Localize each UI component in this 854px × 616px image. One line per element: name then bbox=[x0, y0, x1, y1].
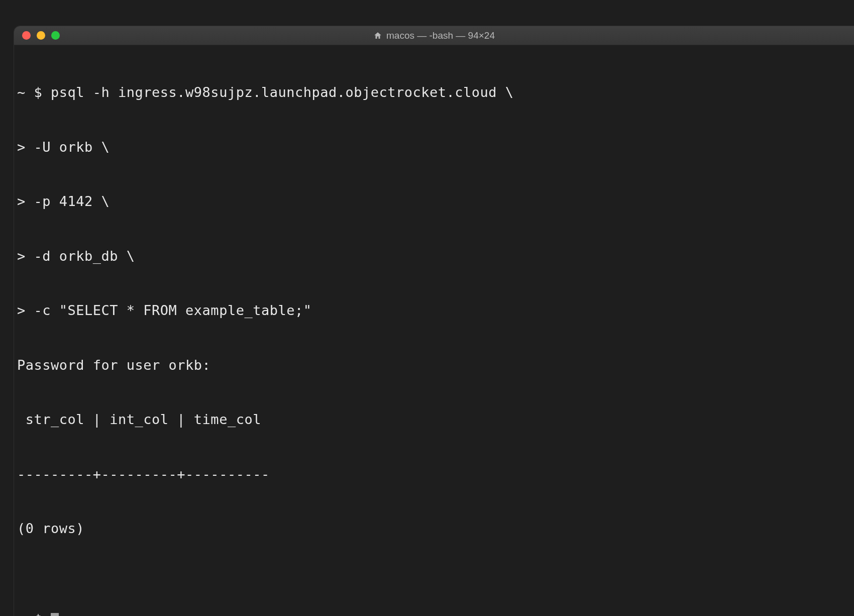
terminal-line: ---------+---------+---------- bbox=[17, 465, 851, 483]
terminal-line: > -U orkb \ bbox=[17, 138, 851, 156]
terminal-window: macos — -bash — 94×24 ~ $ psql -h ingres… bbox=[14, 26, 854, 616]
terminal-line: ~ $ psql -h ingress.w98sujpz.launchpad.o… bbox=[17, 83, 851, 101]
home-icon bbox=[373, 31, 382, 40]
minimize-button[interactable] bbox=[37, 31, 45, 40]
cursor bbox=[51, 613, 59, 616]
terminal-line: (0 rows) bbox=[17, 520, 851, 538]
close-button[interactable] bbox=[22, 31, 31, 40]
traffic-lights bbox=[14, 31, 60, 40]
terminal-line: str_col | int_col | time_col bbox=[17, 410, 851, 429]
terminal-body[interactable]: ~ $ psql -h ingress.w98sujpz.launchpad.o… bbox=[14, 45, 854, 616]
title-bar: macos — -bash — 94×24 bbox=[14, 26, 854, 45]
maximize-button[interactable] bbox=[51, 31, 60, 40]
terminal-line: > -d orkb_db \ bbox=[17, 247, 851, 265]
terminal-line: > -c "SELECT * FROM example_table;" bbox=[17, 301, 851, 320]
terminal-prompt-line: ~ $ bbox=[17, 610, 851, 616]
window-title-text: macos — -bash — 94×24 bbox=[386, 30, 495, 41]
terminal-prompt: ~ $ bbox=[17, 611, 51, 616]
terminal-line: > -p 4142 \ bbox=[17, 192, 851, 211]
window-title: macos — -bash — 94×24 bbox=[373, 30, 495, 41]
terminal-line: Password for user orkb: bbox=[17, 356, 851, 374]
